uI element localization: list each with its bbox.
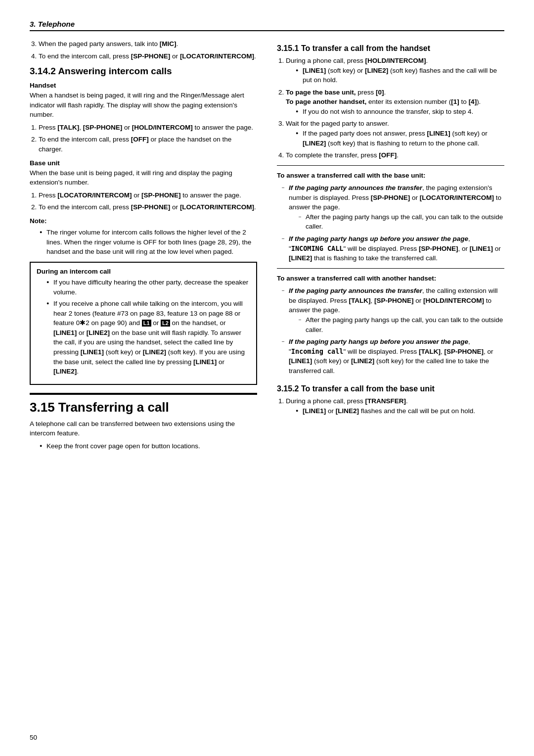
page-number: 50 xyxy=(30,734,37,741)
intercom-bullet-2: If you receive a phone call while talkin… xyxy=(46,299,250,377)
section-315-list: Keep the front cover page open for butto… xyxy=(40,441,257,451)
l2-badge: L2 xyxy=(161,320,170,327)
answer-base-block: To answer a transferred call with the ba… xyxy=(277,165,504,263)
section-3151-steps: During a phone call, press [HOLD/INTERCO… xyxy=(286,56,504,160)
answer-handset-dash-1: If the paging party announces the transf… xyxy=(282,286,504,334)
page: 3. Telephone When the paged party answer… xyxy=(0,0,534,756)
answer-base-dash-1: If the paging party announces the transf… xyxy=(282,183,504,232)
section-header: 3. Telephone xyxy=(30,20,504,31)
answer-handset-title: To answer a transferred call with anothe… xyxy=(277,274,504,284)
note-bullet-1: The ringer volume for intercom calls fol… xyxy=(40,228,257,257)
answer-base-title: To answer a transferred call with the ba… xyxy=(277,171,504,181)
step-1: During a phone call, press [HOLD/INTERCO… xyxy=(286,56,504,85)
list-item: When the paged party answers, talk into … xyxy=(39,39,257,49)
step-2: To page the base unit, press [0]. To pag… xyxy=(286,88,504,117)
baseunit-para: When the base unit is being paged, it wi… xyxy=(30,168,257,188)
left-column: When the paged party answers, talk into … xyxy=(30,39,257,453)
base-step1-bullet-1: [LINE1] or [LINE2] flashes and the call … xyxy=(296,406,504,416)
step-3: Wait for the paged party to answer. If t… xyxy=(286,119,504,148)
right-column: 3.15.1 To transfer a call from the hands… xyxy=(277,39,504,453)
step-4: To complete the transfer, press [OFF]. xyxy=(286,150,504,160)
section-3152-steps: During a phone call, press [TRANSFER]. [… xyxy=(286,396,504,416)
note-list: The ringer volume for intercom calls fol… xyxy=(40,228,257,257)
section-342-title: 3.14.2 Answering intercom calls xyxy=(30,66,257,77)
answer-handset-bullet-1: After the paging party hangs up the call… xyxy=(299,315,504,334)
answer-base-dashes: If the paging party announces the transf… xyxy=(282,183,504,263)
step2-bullets: If you do not wish to announce the trans… xyxy=(296,107,504,117)
answer-handset-dash-2: If the paging party hangs up before you … xyxy=(282,337,504,376)
step1-bullets: [LINE1] (soft key) or [LINE2] (soft key)… xyxy=(296,66,504,85)
section-3152-title: 3.15.2 To transfer a call from the base … xyxy=(277,384,504,393)
l1-badge: L1 xyxy=(142,320,151,327)
list-item: To end the intercom call, press [OFF] or… xyxy=(39,135,257,154)
answer-base-bullet-1: After the paging party hangs up the call… xyxy=(299,212,504,232)
step3-bullet-1: If the paged party does not answer, pres… xyxy=(296,129,504,148)
step3-bullets: If the paged party does not answer, pres… xyxy=(296,129,504,148)
section-3151-title: 3.15.1 To transfer a call from the hands… xyxy=(277,44,504,53)
answer-handset-dash1-bullets: After the paging party hangs up the call… xyxy=(299,315,504,334)
step1-bullet-1: [LINE1] (soft key) or [LINE2] (soft key)… xyxy=(296,66,504,85)
answer-base-dash-2: If the paging party hangs up before you … xyxy=(282,234,504,263)
note-section: Note: The ringer volume for intercom cal… xyxy=(30,216,257,257)
handset-para: When a handset is being paged, it will r… xyxy=(30,91,257,120)
intercom-call-box: During an intercom call If you have diff… xyxy=(30,262,257,385)
intercom-bullets: If you have difficulty hearing the other… xyxy=(46,278,250,377)
list-item: Press [LOCATOR/INTERCOM] or [SP-PHONE] t… xyxy=(39,190,257,200)
intercom-bullet-1: If you have difficulty hearing the other… xyxy=(46,278,250,297)
intercom-box-title: During an intercom call xyxy=(37,268,250,275)
section-315-intro: A telephone call can be transferred betw… xyxy=(30,419,257,438)
answer-base-dash1-bullets: After the paging party hangs up the call… xyxy=(299,212,504,232)
answer-handset-dashes: If the paging party announces the transf… xyxy=(282,286,504,376)
section-315-bullet: Keep the front cover page open for butto… xyxy=(40,441,257,451)
base-step-1: During a phone call, press [TRANSFER]. [… xyxy=(286,396,504,416)
base-step1-bullets: [LINE1] or [LINE2] flashes and the call … xyxy=(296,406,504,416)
step2-bullet-1: If you do not wish to announce the trans… xyxy=(296,107,504,117)
baseunit-subhead: Base unit xyxy=(30,159,257,167)
list-item: To end the intercom call, press [SP-PHON… xyxy=(39,51,257,61)
list-item: To end the intercom call, press [SP-PHON… xyxy=(39,202,257,212)
note-label: Note: xyxy=(30,216,257,226)
handset-subhead: Handset xyxy=(30,82,257,89)
section-315-title: 3.15 Transferring a call xyxy=(30,393,257,415)
list-item: Press [TALK], [SP-PHONE] or [HOLD/INTERC… xyxy=(39,123,257,133)
answer-handset-block: To answer a transferred call with anothe… xyxy=(277,268,504,376)
